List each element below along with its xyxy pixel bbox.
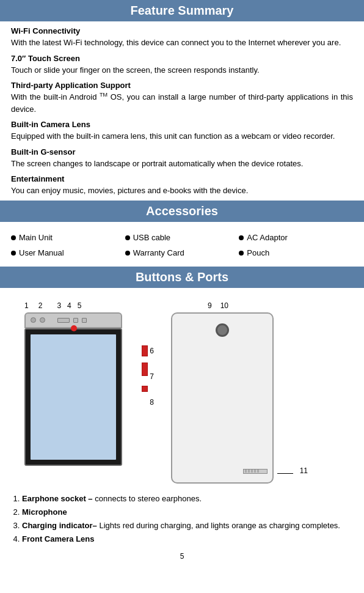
- side-ports: [142, 345, 148, 392]
- label-6: 6: [150, 347, 154, 355]
- feature-entertainment-text: You can enjoy music, movies, pictures an…: [11, 185, 353, 197]
- label-5: 5: [78, 301, 82, 310]
- list-item-1-bold: Earphone socket –: [22, 494, 93, 503]
- side-port-7: [142, 363, 148, 376]
- tablet-front-diagram: 1 2 3 4 5 6: [18, 301, 140, 484]
- feature-touchscreen: 7.0″ Touch Screen Touch or slide your fi…: [11, 54, 353, 76]
- feature-touchscreen-title: 7.0″ Touch Screen: [11, 54, 353, 63]
- port-1-circle: [31, 317, 36, 323]
- label-1: 1: [24, 301, 29, 310]
- port-small2: [82, 318, 87, 323]
- acc-warranty-card: Warranty Card: [125, 246, 239, 260]
- device-diagrams: 1 2 3 4 5 6: [0, 293, 364, 488]
- bullet-icon: [11, 235, 16, 240]
- feature-camera: Built-in Camera Lens Equipped with the b…: [11, 120, 353, 142]
- acc-usb-cable-label: USB cable: [133, 230, 170, 245]
- side-port-6: [142, 345, 148, 356]
- bullet-icon: [125, 251, 130, 256]
- camera-indicator: [71, 325, 77, 331]
- camera-lens: [216, 323, 229, 337]
- tablet-body: [24, 328, 122, 466]
- feature-camera-text: Equipped with the built-in camera lens, …: [11, 130, 353, 142]
- list-item-3-bold: Charging indicator–: [22, 521, 97, 530]
- label-4: 4: [67, 301, 71, 310]
- feature-wifi-text: With the latest Wi-Fi technology, this d…: [11, 37, 353, 49]
- port-rect: [57, 318, 70, 323]
- acc-warranty-card-label: Warranty Card: [133, 246, 184, 260]
- feature-entertainment: Entertainment You can enjoy music, movie…: [11, 174, 353, 197]
- side-labels: 6 7 8: [150, 347, 154, 407]
- feature-gsensor: Built-in G-sensor The screen changes to …: [11, 147, 353, 170]
- tablet-top-bar: [18, 312, 140, 328]
- label-10: 10: [220, 301, 228, 310]
- list-item-2: Microphone: [22, 506, 353, 519]
- accessories-grid: Main Unit USB cable AC Adaptor User Manu…: [0, 227, 364, 267]
- acc-pouch-label: Pouch: [247, 246, 269, 260]
- acc-pouch: Pouch: [239, 246, 353, 260]
- side-port-8: [142, 386, 148, 392]
- tablet-body-container: 6 7 8: [24, 328, 140, 466]
- list-item-4-bold: Front Camera Lens: [22, 534, 94, 543]
- bottom-port: [243, 469, 268, 474]
- label-9: 9: [208, 301, 212, 310]
- numbered-items-list: Earphone socket – connects to stereo ear…: [0, 488, 364, 550]
- feature-thirdparty-text: With the built-in Android TM OS, you can…: [11, 91, 353, 115]
- feature-wifi: Wi-Fi Connectivity With the latest Wi-Fi…: [11, 26, 353, 49]
- label-3: 3: [57, 301, 61, 310]
- list-item-4: Front Camera Lens: [22, 532, 353, 546]
- bullet-icon: [11, 251, 16, 256]
- feature-wifi-title: Wi-Fi Connectivity: [11, 26, 353, 35]
- buttons-ports-header: Buttons & Ports: [0, 267, 364, 288]
- bullet-icon: [239, 235, 244, 240]
- acc-main-unit-label: Main Unit: [19, 230, 53, 245]
- acc-user-manual-label: User Manual: [19, 246, 64, 260]
- tablet-side-diagram: 9 10 11: [171, 301, 293, 484]
- side-body: [171, 312, 274, 484]
- label-7: 7: [150, 372, 154, 381]
- acc-ac-adaptor-label: AC Adaptor: [247, 230, 288, 245]
- list-item-2-bold: Microphone: [22, 507, 67, 517]
- port-2-circle: [40, 317, 45, 323]
- feature-thirdparty-title: Third-party Application Support: [11, 81, 353, 90]
- feature-touchscreen-text: Touch or slide your finger on the screen…: [11, 64, 353, 76]
- acc-usb-cable: USB cable: [125, 230, 239, 245]
- right-top-labels: 9 10: [208, 301, 228, 310]
- label-8: 8: [150, 398, 154, 407]
- page-number: 5: [0, 550, 364, 563]
- feature-entertainment-title: Entertainment: [11, 174, 353, 183]
- bullet-icon: [239, 251, 244, 256]
- port-small: [73, 318, 78, 323]
- feature-gsensor-text: The screen changes to landscape or portr…: [11, 158, 353, 170]
- feature-summary-header: Feature Summary: [0, 0, 364, 21]
- acc-main-unit: Main Unit: [11, 230, 125, 245]
- list-item-1-text: connects to stereo earphones.: [93, 494, 202, 503]
- feature-gsensor-title: Built-in G-sensor: [11, 147, 353, 157]
- list-item-1: Earphone socket – connects to stereo ear…: [22, 492, 353, 506]
- label-11-line: [277, 473, 293, 474]
- bullet-icon: [125, 235, 130, 240]
- feature-thirdparty: Third-party Application Support With the…: [11, 81, 353, 115]
- tablet-screen: [31, 334, 116, 460]
- feature-camera-title: Built-in Camera Lens: [11, 120, 353, 129]
- label-2: 2: [38, 301, 43, 310]
- accessories-header: Accessories: [0, 201, 364, 222]
- list-item-3: Charging indicator– Lights red during ch…: [22, 519, 353, 532]
- acc-user-manual: User Manual: [11, 246, 125, 260]
- feature-list: Wi-Fi Connectivity With the latest Wi-Fi…: [0, 26, 364, 197]
- label-11: 11: [300, 466, 308, 475]
- acc-ac-adaptor: AC Adaptor: [239, 230, 353, 245]
- top-number-labels: 1 2 3 4 5: [24, 301, 81, 310]
- list-item-3-text: Lights red during charging, and lights o…: [97, 521, 340, 530]
